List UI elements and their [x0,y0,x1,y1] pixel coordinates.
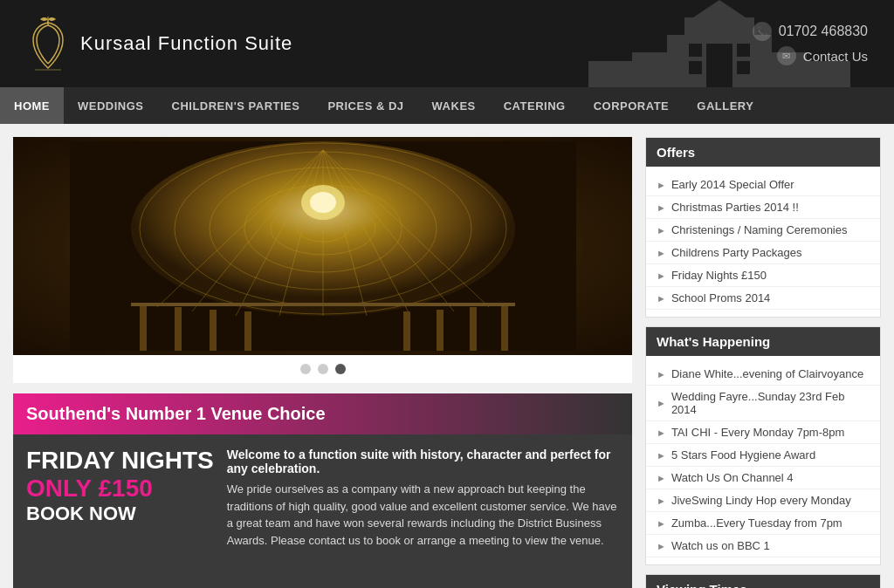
friday-book: BOOK NOW [26,503,136,524]
main-nav: HOME WEDDINGS CHILDREN'S PARTIES PRICES … [0,87,894,124]
svg-rect-41 [131,303,515,306]
slide-dot-3[interactable] [335,364,346,374]
whats-happening-box: What's Happening ► Diane White...evening… [645,326,881,565]
offer-item-5[interactable]: ► School Proms 2014 [646,287,880,310]
svg-point-32 [310,192,336,213]
svg-rect-11 [588,61,632,87]
happening-item-1[interactable]: ► Wedding Fayre...Sunday 23rd Feb 2014 [646,386,880,421]
arrow-icon-4: ► [657,270,666,281]
offers-list: ► Early 2014 Special Offer ► Christmas P… [646,167,880,317]
logo-area[interactable]: Kursaal Function Suite [26,16,292,72]
svg-rect-33 [140,303,147,351]
happening-item-3[interactable]: ► 5 Stars Food Hygiene Award [646,444,880,467]
site-header: Kursaal Function Suite 📞 01702 468830 ✉ … [0,0,894,87]
happening-item-2[interactable]: ► TAI CHI - Every Monday 7pm-8pm [646,421,880,444]
svg-rect-7 [689,61,702,74]
arrow-icon-3: ► [657,248,666,258]
happening-item-6[interactable]: ► Zumba...Every Tuesday from 7pm [646,512,880,535]
left-column: Southend's Number 1 Venue Choice FRIDAY … [13,137,632,588]
arrow-icon-5: ► [657,293,666,304]
slide-dot-2[interactable] [318,364,328,374]
svg-rect-12 [807,61,850,87]
whats-happening-header: What's Happening [646,327,880,356]
svg-rect-6 [737,44,750,57]
happening-item-0[interactable]: ► Diane White...evening of Clairvoyance [646,363,880,386]
nav-catering[interactable]: CATERING [490,87,580,124]
friday-nights-block: FRIDAY NIGHTS ONLY £150 BOOK NOW [26,448,214,588]
svg-rect-40 [501,303,508,351]
svg-rect-34 [175,307,182,351]
nav-weddings[interactable]: WEDDINGS [64,87,158,124]
offer-item-2[interactable]: ► Christenings / Naming Ceremonies [646,219,880,242]
logo-icon [26,16,70,72]
viewing-times-header: Viewing Times [646,575,880,588]
right-column: Offers ► Early 2014 Special Offer ► Chri… [645,137,881,588]
svg-rect-35 [210,310,217,351]
svg-rect-1 [667,35,684,87]
offer-item-4[interactable]: ► Friday Nights £150 [646,264,880,287]
arrow-icon-2: ► [657,225,666,236]
offers-header: Offers [646,138,880,167]
whats-happening-list: ► Diane White...evening of Clairvoyance … [646,356,880,564]
svg-rect-5 [689,44,702,57]
arrow-icon-1: ► [657,202,666,213]
content-area: FRIDAY NIGHTS ONLY £150 BOOK NOW Welcome… [13,434,632,588]
slide-dot-1[interactable] [300,364,311,374]
happening-arrow-4: ► [657,473,666,483]
happening-item-4[interactable]: ► Watch Us On Channel 4 [646,467,880,489]
image-slider [13,137,632,355]
welcome-body: We pride ourselves as a company with a n… [227,481,619,549]
happening-item-7[interactable]: ► Watch us on BBC 1 [646,535,880,557]
friday-price: ONLY £150 [26,475,153,502]
arrow-icon-0: ► [657,180,666,190]
nav-gallery[interactable]: GALLERY [683,87,767,124]
offers-box: Offers ► Early 2014 Special Offer ► Chri… [645,137,881,318]
happening-arrow-7: ► [657,541,666,551]
svg-marker-3 [693,0,746,17]
building-decoration [545,0,894,87]
viewing-times-box: Viewing Times [645,574,881,588]
svg-rect-8 [737,61,750,74]
happening-item-5[interactable]: ► JiveSwing Lindy Hop every Monday [646,489,880,512]
svg-rect-9 [632,52,667,87]
svg-rect-37 [403,311,410,351]
logo-text: Kursaal Function Suite [80,32,292,55]
welcome-block: Welcome to a function suite with history… [227,448,619,588]
main-container: Southend's Number 1 Venue Choice FRIDAY … [0,124,894,588]
slider-image [13,137,632,355]
happening-arrow-2: ► [657,427,666,438]
friday-title: FRIDAY NIGHTS [26,448,214,475]
happening-arrow-1: ► [657,398,666,408]
happening-arrow-3: ► [657,450,666,461]
nav-corporate[interactable]: CORPORATE [580,87,684,124]
dome-svg [70,141,576,351]
promo-text: Southend's Number 1 Venue Choice [26,404,326,423]
happening-arrow-5: ► [657,496,666,506]
friday-sub-container: ONLY £150 BOOK NOW [26,475,214,525]
nav-childrens-parties[interactable]: CHILDREN'S PARTIES [158,87,314,124]
slider-dots [13,355,632,383]
promo-bar: Southend's Number 1 Venue Choice [13,393,632,434]
nav-wakes[interactable]: WAKES [418,87,490,124]
welcome-title: Welcome to a function suite with history… [227,448,619,475]
offer-item-0[interactable]: ► Early 2014 Special Offer [646,174,880,196]
svg-rect-36 [244,311,251,351]
offer-item-3[interactable]: ► Childrens Party Packages [646,242,880,264]
nav-home[interactable]: HOME [0,87,64,124]
svg-rect-10 [772,52,807,87]
offer-item-1[interactable]: ► Christmas Parties 2014 !! [646,196,880,219]
happening-arrow-0: ► [657,369,666,379]
happening-arrow-6: ► [657,518,666,529]
svg-rect-38 [437,310,444,351]
svg-rect-4 [706,44,732,87]
svg-rect-2 [754,35,772,87]
svg-rect-39 [470,307,477,351]
nav-prices-dj[interactable]: PRICES & DJ [313,87,417,124]
